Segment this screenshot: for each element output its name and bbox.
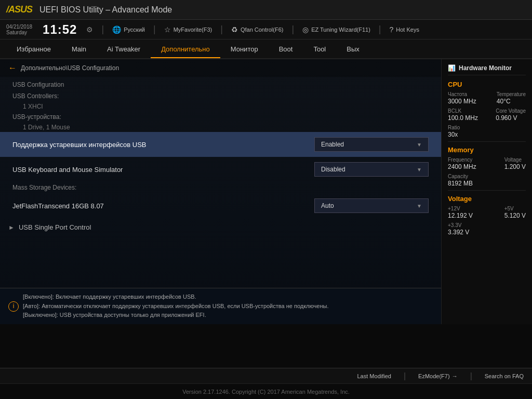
cpu-bclk-cv-row: BCLK 100.0 MHz Core Voltage 0.960 V <box>448 108 526 122</box>
v5-col: +5V 5.120 V <box>504 206 526 219</box>
breadcrumb: ← Дополнительно\USB Configuration <box>0 59 441 77</box>
legacy-usb-label: Поддержка устаревших интерфейсов USB <box>12 141 314 149</box>
myfavorite-label: MyFavorite(F3) <box>174 26 212 33</box>
ez-tuning-button[interactable]: ◎ EZ Tuning Wizard(F11) <box>302 25 370 34</box>
tab-dopolnitelno[interactable]: Дополнительно <box>151 41 220 58</box>
cpu-ratio-row: Ratio 30x <box>448 125 526 138</box>
tab-tool[interactable]: Tool <box>303 41 336 58</box>
cpu-freq-temp-row: Частота 3000 MHz Temperature 40°C <box>448 91 526 105</box>
header-title: UEFI BIOS Utility – Advanced Mode <box>39 5 172 15</box>
mem-freq-volt-row: Frequency 2400 MHz Voltage 1.200 V <box>448 157 526 170</box>
chevron-right-icon: ► <box>8 224 15 231</box>
ratio-label: Ratio <box>448 125 460 130</box>
hot-keys-label: Hot Keys <box>396 26 419 33</box>
hw-monitor-title: 📊 Hardware Monitor <box>448 64 526 75</box>
tab-ai-tweaker[interactable]: Ai Tweaker <box>97 41 151 58</box>
v33-row: +3.3V 3.392 V <box>448 222 526 236</box>
language-selector[interactable]: 🌐 Русский <box>112 25 145 34</box>
v12-v5-row: +12V 12.192 V +5V 5.120 V <box>448 206 526 219</box>
legacy-usb-setting[interactable]: Поддержка устаревших интерфейсов USB Ena… <box>0 132 441 157</box>
cpu-section-title: CPU <box>448 81 526 88</box>
separator: | <box>291 24 294 35</box>
qfan-label: Qfan Control(F6) <box>241 26 284 33</box>
info-icon: i <box>8 301 19 312</box>
mem-capacity-value: 8192 MB <box>448 180 473 187</box>
ez-mode-label: EzMode(F7) <box>418 373 450 379</box>
cpu-frequency-label: Частота <box>448 91 476 97</box>
qfan-control-button[interactable]: ♻ Qfan Control(F6) <box>231 25 284 34</box>
datetime: 04/21/2018 Saturday <box>6 24 32 35</box>
footer: Version 2.17.1246. Copyright (C) 2017 Am… <box>0 383 532 399</box>
v33-value: 3.392 V <box>448 229 469 236</box>
separator: | <box>379 24 381 35</box>
v5-value: 5.120 V <box>504 212 526 219</box>
asus-logo: /ASUS <box>6 4 32 15</box>
usb-config-heading: USB Configuration <box>0 79 441 90</box>
cpu-temperature-label: Temperature <box>497 91 526 97</box>
hardware-monitor-panel: 📊 Hardware Monitor CPU Частота 3000 MHz … <box>441 59 532 324</box>
tab-main[interactable]: Main <box>61 41 97 58</box>
mem-voltage-col: Voltage 1.200 V <box>504 157 526 170</box>
tab-boot[interactable]: Boot <box>269 41 303 58</box>
timebar: 04/21/2018 Saturday 11:52 ⚙ | 🌐 Русский … <box>0 20 532 39</box>
keyboard-sim-setting[interactable]: USB Keyboard and Mouse Simulator Disable… <box>0 157 441 182</box>
back-button[interactable]: ← <box>8 63 17 73</box>
keyboard-sim-label: USB Keyboard and Mouse Simulator <box>12 166 314 174</box>
separator: | <box>220 24 223 35</box>
v33-col: +3.3V 3.392 V <box>448 222 469 236</box>
language-icon: 🌐 <box>112 25 121 34</box>
dropdown-arrow-icon: ▼ <box>417 203 422 209</box>
ratio-col: Ratio 30x <box>448 125 460 138</box>
jetflash-setting[interactable]: JetFlashTranscend 16GB 8.07 Auto ▼ <box>0 193 441 218</box>
legacy-usb-dropdown[interactable]: Enabled ▼ <box>314 137 429 152</box>
usb-single-port-section[interactable]: ► USB Single Port Control <box>0 218 441 236</box>
language-label: Русский <box>124 26 145 33</box>
search-faq-label: Search on FAQ <box>485 373 524 379</box>
tab-exit[interactable]: Вых <box>336 41 370 58</box>
mem-frequency-label: Frequency <box>448 157 476 163</box>
keyboard-sim-dropdown[interactable]: Disabled ▼ <box>314 162 429 177</box>
separator: | <box>153 24 156 35</box>
hot-keys-button[interactable]: ? Hot Keys <box>390 25 419 34</box>
ez-tuning-icon: ◎ <box>302 25 309 34</box>
mem-capacity-row: Capacity 8192 MB <box>448 174 526 187</box>
memory-section-title: Memory <box>448 146 526 154</box>
usb-controllers-value: 1 XHCI <box>0 102 441 111</box>
mem-voltage-label: Voltage <box>504 157 526 163</box>
cpu-frequency-col: Частота 3000 MHz <box>448 91 476 105</box>
mem-voltage-value: 1.200 V <box>504 163 526 170</box>
v12-col: +12V 12.192 V <box>448 206 473 219</box>
v33-label: +3.3V <box>448 222 469 228</box>
info-line-2: [Авто]: Автоматически отключает поддержк… <box>23 302 433 311</box>
usb-devices-info: USB-устройства: <box>0 111 441 123</box>
hotkeys-icon: ? <box>390 25 394 34</box>
hw-divider-1 <box>448 141 526 142</box>
bclk-label: BCLK <box>448 108 478 114</box>
myfavorite-button[interactable]: ☆ MyFavorite(F3) <box>164 25 212 34</box>
hw-monitor-icon: 📊 <box>448 64 456 72</box>
tab-favorites[interactable]: Избранное <box>6 41 61 58</box>
breadcrumb-text: Дополнительно\USB Configuration <box>21 64 119 72</box>
v12-label: +12V <box>448 206 473 211</box>
jetflash-label: JetFlashTranscend 16GB 8.07 <box>12 202 314 210</box>
v5-label: +5V <box>504 206 526 211</box>
clock-settings-icon[interactable]: ⚙ <box>86 25 93 34</box>
mem-frequency-col: Frequency 2400 MHz <box>448 157 476 170</box>
bottom-bar: Last Modified | EzMode(F7) → | Search on… <box>0 368 532 383</box>
jetflash-dropdown[interactable]: Auto ▼ <box>314 198 429 213</box>
search-faq-button[interactable]: Search on FAQ <box>485 373 524 379</box>
content-area: ← Дополнительно\USB Configuration USB Co… <box>0 59 441 324</box>
cpu-temperature-col: Temperature 40°C <box>497 91 526 105</box>
legacy-usb-value: Enabled <box>321 141 344 148</box>
last-modified-button[interactable]: Last Modified <box>357 373 391 379</box>
mem-capacity-col: Capacity 8192 MB <box>448 174 473 187</box>
hw-monitor-label: Hardware Monitor <box>459 64 512 72</box>
tab-monitor[interactable]: Монитор <box>220 41 269 58</box>
ratio-value: 30x <box>448 131 460 138</box>
ez-mode-button[interactable]: EzMode(F7) → <box>418 373 458 379</box>
last-modified-label: Last Modified <box>357 373 391 379</box>
voltage-section-title: Voltage <box>448 195 526 203</box>
usb-single-port-label: USB Single Port Control <box>19 223 91 231</box>
main-area: ← Дополнительно\USB Configuration USB Co… <box>0 59 532 324</box>
info-line-1: [Включено]: Включает поддержку устаревши… <box>23 292 433 302</box>
